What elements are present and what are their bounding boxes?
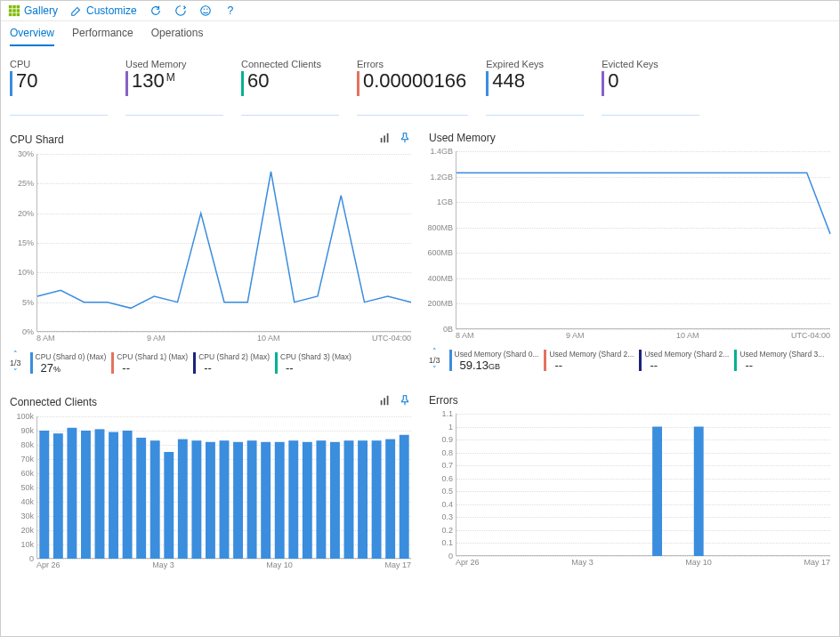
kpi-value: 60 [247,71,269,91]
svg-text:?: ? [227,4,233,17]
kpi-label: Expired Keys [486,59,584,69]
legend-item[interactable]: CPU (Shard 1) (Max)-- [111,352,188,375]
pencil-icon [70,4,83,17]
panel-errors: Errors 00.10.20.30.40.50.60.70.80.911.1 … [429,394,830,569]
kpi-card[interactable]: CPU 70 [10,59,108,116]
kpi-value: 130 [132,71,165,91]
panel-used-memory: Used Memory 0B200MB400MB600MB800MB1GB1.2… [429,132,830,376]
gallery-button[interactable]: Gallery [8,4,58,17]
svg-rect-24 [109,432,118,559]
sparkline [486,100,584,116]
svg-rect-19 [39,431,49,559]
chevron-up-icon: ˄ [432,347,437,356]
svg-rect-44 [385,439,395,559]
kpi-value: 0 [608,71,618,91]
kpi-card[interactable]: Evicted Keys 0 [602,59,699,116]
panels-grid: CPU Shard 0%5%10%15%20%25%30% 8 AM9 AM10… [1,123,839,578]
svg-rect-0 [9,5,12,9]
svg-rect-17 [384,398,385,405]
svg-rect-33 [233,442,243,559]
svg-rect-30 [191,440,201,559]
svg-rect-60 [652,427,662,556]
chart-settings-icon[interactable] [379,132,392,147]
customize-label: Customize [86,4,137,17]
legend-item[interactable]: Used Memory (Shard 2...-- [639,350,729,372]
chevron-down-icon: ˅ [432,365,437,374]
svg-rect-1 [12,5,16,9]
svg-rect-3 [9,9,12,12]
kpi-card[interactable]: Expired Keys 448 [486,59,584,116]
kpi-label: CPU [10,59,108,69]
pin-icon[interactable] [399,132,411,147]
svg-rect-22 [81,431,91,559]
svg-rect-45 [400,435,409,559]
auto-refresh-button[interactable] [174,4,187,17]
legend-item[interactable]: CPU (Shard 0) (Max)27% [30,352,107,375]
legend-item[interactable]: Used Memory (Shard 2...-- [544,350,634,372]
help-button[interactable]: ? [224,4,237,17]
svg-rect-8 [17,13,20,17]
kpi-card[interactable]: Used Memory 130 M [125,59,223,116]
x-axis: 8 AM9 AM10 AMUTC-04:00 [456,331,830,340]
smiley-icon [199,4,212,17]
gallery-label: Gallery [24,4,58,17]
svg-rect-21 [67,428,77,559]
legend-item[interactable]: Used Memory (Shard 0...59.13GB [449,350,539,372]
panel-title: Used Memory [429,132,496,144]
kpi-label: Evicted Keys [602,59,699,69]
svg-rect-39 [316,440,326,559]
svg-rect-28 [164,452,174,559]
svg-rect-41 [344,440,354,559]
tab-operations[interactable]: Operations [151,27,204,46]
svg-rect-40 [330,442,340,559]
legend: ˄1/3˅CPU (Shard 0) (Max)27%CPU (Shard 1)… [10,350,411,376]
svg-point-10 [203,9,204,10]
kpi-unit: M [166,71,175,84]
svg-rect-2 [17,5,20,9]
svg-rect-34 [247,440,257,559]
kpi-card[interactable]: Connected Clients 60 [241,59,339,116]
svg-rect-18 [387,396,389,406]
chevron-up-icon: ˄ [13,350,18,359]
kpi-value: 70 [16,71,37,91]
svg-rect-14 [384,135,385,142]
pin-icon[interactable] [399,394,411,409]
svg-rect-35 [261,442,271,559]
panel-title: Connected Clients [10,396,97,408]
chart-settings-icon[interactable] [379,394,392,409]
svg-rect-6 [9,13,12,17]
connected-clients-chart[interactable]: 010k20k30k40k50k60k70k80k90k100k [36,416,411,559]
tabs: Overview Performance Operations [1,21,839,46]
auto-refresh-icon [174,4,187,17]
errors-chart[interactable]: 00.10.20.30.40.50.60.70.80.911.1 [456,414,830,556]
svg-rect-7 [12,13,16,17]
legend-pager[interactable]: ˄1/3˅ [429,347,440,374]
panel-connected-clients: Connected Clients 010k20k30k40k50k60k70k… [10,394,411,569]
used-memory-chart[interactable]: 0B200MB400MB600MB800MB1GB1.2GB1.4GB [456,151,830,329]
legend-item[interactable]: CPU (Shard 3) (Max)-- [275,352,351,375]
svg-rect-38 [303,442,312,559]
svg-rect-15 [387,133,389,143]
refresh-button[interactable] [149,4,162,17]
legend-item[interactable]: Used Memory (Shard 3...-- [734,350,824,372]
panel-title: Errors [429,394,458,407]
tab-performance[interactable]: Performance [72,27,133,46]
svg-rect-31 [206,442,215,559]
x-axis: 8 AM9 AM10 AMUTC-04:00 [36,334,411,343]
svg-rect-36 [275,442,285,559]
legend-item[interactable]: CPU (Shard 2) (Max)-- [193,352,270,375]
svg-rect-25 [123,431,133,559]
legend-pager[interactable]: ˄1/3˅ [10,350,21,376]
sparkline [602,100,699,116]
feedback-button[interactable] [199,4,212,17]
customize-button[interactable]: Customize [70,4,137,17]
refresh-icon [149,4,162,17]
tab-overview[interactable]: Overview [10,27,54,46]
cpu-shard-chart[interactable]: 0%5%10%15%20%25%30% [36,154,411,332]
svg-rect-23 [95,429,105,559]
panel-title: CPU Shard [10,133,64,146]
svg-rect-16 [381,400,383,405]
svg-rect-32 [220,440,230,559]
sparkline [357,100,468,116]
kpi-card[interactable]: Errors 0.00000166 [357,59,468,116]
